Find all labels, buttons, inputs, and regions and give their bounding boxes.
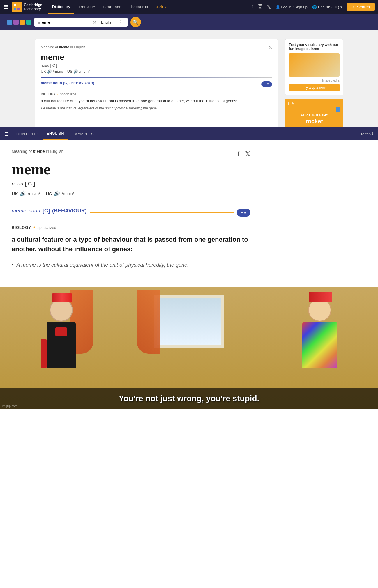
block-blue xyxy=(7,20,12,25)
search-icon: ✕ xyxy=(352,5,355,9)
sticky-tab-examples[interactable]: EXAMPLES xyxy=(68,127,98,140)
preview-breadcrumb: Meaning of meme in English xyxy=(41,45,272,49)
preview-divider xyxy=(41,77,272,78)
search-options-icon[interactable]: ⋮ xyxy=(118,20,123,25)
meme-caption-text: You're not just wrong, you're stupid. xyxy=(5,394,373,403)
nav-dictionary[interactable]: Dictionary xyxy=(48,0,74,14)
search-input-wrapper: ✕ English ⋮ xyxy=(34,18,128,27)
language-selector[interactable]: 🌐 English (UK) ▾ xyxy=(312,5,342,9)
sticky-nav: ☰ Contents ENGLISH EXAMPLES To top ℹ xyxy=(0,127,378,140)
navbar: ☰ Cambridge Dictionary Dictionary Transl… xyxy=(0,0,378,14)
preview-social: f 𝕏 xyxy=(265,45,272,50)
svg-rect-1 xyxy=(17,4,20,6)
facebook-icon[interactable]: f xyxy=(252,4,253,10)
share-icons: f 𝕏 xyxy=(238,150,250,158)
wotd-social: f 𝕏 xyxy=(288,102,340,112)
wotd-facebook-icon[interactable]: f xyxy=(288,102,289,112)
uk-speaker-icon[interactable]: 🔊 xyxy=(20,190,26,197)
sticky-nav-right: To top ℹ xyxy=(361,132,373,136)
preview-sidebar: Test your vocabulary with our fun image … xyxy=(285,39,343,127)
meme-character-right xyxy=(291,298,349,386)
logo-text: Cambridge Dictionary xyxy=(24,3,42,11)
color-square-blue xyxy=(336,107,340,112)
preview-plus-list-button[interactable]: + ≡ xyxy=(261,81,272,87)
preview-pronunciation: UK 🔊 /miːm/ US 🔊 /miːm/ xyxy=(41,69,272,74)
sticky-tab-english[interactable]: ENGLISH xyxy=(43,127,68,140)
twitter-icon[interactable]: 𝕏 xyxy=(267,4,271,10)
meme-scene: You're not just wrong, you're stupid. im… xyxy=(0,287,378,409)
block-teal xyxy=(26,20,31,25)
main-pronunciation: UK 🔊 /miːm/ US 🔊 /miːm/ xyxy=(12,190,250,197)
quiz-credits: Image credits xyxy=(289,79,340,82)
us-speaker-icon[interactable]: 🔊 xyxy=(54,190,60,197)
block-orange xyxy=(20,20,25,25)
instagram-icon[interactable] xyxy=(258,4,262,10)
meme-caption-bar: You're not just wrong, you're stupid. xyxy=(0,388,378,409)
sticky-menu-icon[interactable]: ☰ xyxy=(5,131,9,137)
preview-section: f 𝕏 Meaning of meme in English meme noun… xyxy=(0,30,378,127)
to-top-icon: ℹ xyxy=(372,132,373,136)
main-definition: a cultural feature or a type of behaviou… xyxy=(12,235,250,254)
preview-word: meme xyxy=(41,53,272,62)
user-icon: 👤 xyxy=(275,5,280,9)
preview-tags: BIOLOGY • specialized xyxy=(41,92,272,96)
nav-right: f 𝕏 👤 Log in / Sign up 🌐 English (UK) ▾ … xyxy=(252,3,375,11)
preview-us-speaker[interactable]: 🔊 xyxy=(73,69,78,74)
login-link[interactable]: 👤 Log in / Sign up xyxy=(275,5,308,9)
svg-rect-2 xyxy=(14,8,16,10)
meme-window xyxy=(154,295,224,348)
nav-grammar[interactable]: Grammar xyxy=(99,0,125,14)
sense-divider xyxy=(90,212,234,213)
search-language-badge[interactable]: English xyxy=(99,20,116,25)
wotd-label: WORD OF THE DAY xyxy=(288,114,340,117)
meme-curtain-right xyxy=(137,290,160,354)
globe-icon: 🌐 xyxy=(312,5,317,9)
logo[interactable]: Cambridge Dictionary xyxy=(12,2,42,12)
menu-icon[interactable]: ☰ xyxy=(3,4,8,10)
decorative-blocks xyxy=(7,20,31,25)
us-pronunciation: US 🔊 /miːm/ xyxy=(46,190,74,197)
quiz-button[interactable]: Try a quiz now xyxy=(289,84,340,91)
nav-translate[interactable]: Translate xyxy=(74,0,99,14)
main-pos: noun [ C ] xyxy=(12,181,250,187)
quiz-title: Test your vocabulary with our fun image … xyxy=(289,43,340,51)
preview-facebook-icon[interactable]: f xyxy=(265,45,266,50)
preview-sense-header: meme noun [C] (BEHAVIOUR) xyxy=(41,81,94,85)
search-input[interactable] xyxy=(38,20,90,25)
nav-links: Dictionary Translate Grammar Thesaurus +… xyxy=(48,0,171,14)
preview-main-card: f 𝕏 Meaning of meme in English meme noun… xyxy=(35,39,278,127)
clear-icon[interactable]: ✕ xyxy=(93,20,96,25)
word-of-day-box: f 𝕏 WORD OF THE DAY rocket xyxy=(285,99,343,127)
to-top-link[interactable]: To top ℹ xyxy=(361,132,373,136)
nav-thesaurus[interactable]: Thesaurus xyxy=(125,0,152,14)
preview-pos: noun [ C ] xyxy=(41,63,272,68)
color-square-orange xyxy=(336,102,340,106)
quiz-image xyxy=(289,53,340,77)
preview-twitter-icon[interactable]: 𝕏 xyxy=(269,45,272,50)
share-facebook-icon[interactable]: f xyxy=(238,150,239,158)
search-go-button[interactable]: 🔍 xyxy=(130,17,141,27)
search-magnifier-icon: 🔍 xyxy=(133,20,139,25)
search-bar: ✕ English ⋮ 🔍 xyxy=(0,14,378,30)
svg-rect-3 xyxy=(17,8,20,10)
quiz-box: Test your vocabulary with our fun image … xyxy=(285,39,343,95)
search-button[interactable]: ✕ Search xyxy=(347,3,375,11)
svg-point-5 xyxy=(259,6,261,8)
sticky-tab-contents[interactable]: Contents xyxy=(12,127,43,140)
plus-list-button[interactable]: + ≡ xyxy=(237,209,250,217)
preview-definition: a cultural feature or a type of behaviou… xyxy=(41,98,272,104)
uk-pronunciation: UK 🔊 /miːm/ xyxy=(12,190,40,197)
main-divider xyxy=(12,203,250,203)
svg-rect-4 xyxy=(258,4,262,8)
share-twitter-icon[interactable]: 𝕏 xyxy=(245,150,250,158)
wotd-twitter-icon[interactable]: 𝕏 xyxy=(292,102,295,112)
main-word: meme xyxy=(12,161,250,178)
main-example: • A meme is the cultural equivalent of t… xyxy=(12,261,250,269)
preview-uk-speaker[interactable]: 🔊 xyxy=(47,69,52,74)
preview-example: • A meme is the cultural equivalent of t… xyxy=(41,106,272,110)
wotd-word: rocket xyxy=(288,118,340,125)
chevron-down-icon: ▾ xyxy=(340,5,342,9)
nav-plus[interactable]: +Plus xyxy=(152,5,170,9)
meme-character-left xyxy=(35,298,87,386)
tags-line: BIOLOGY • specialized xyxy=(12,225,250,230)
